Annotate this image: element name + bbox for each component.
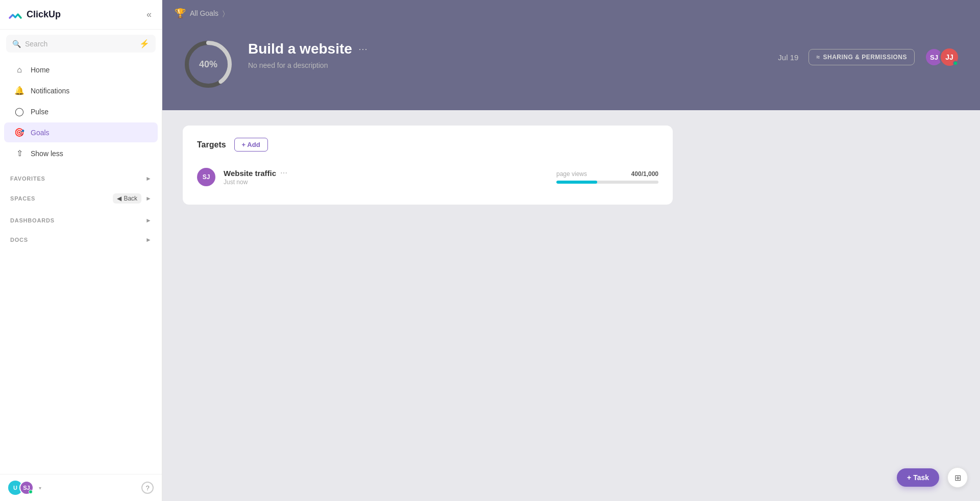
trophy-icon: 🏆 xyxy=(175,8,186,19)
goal-date: Jul 19 xyxy=(778,53,798,62)
targets-section: Targets + Add SJ Website traffic ⋯ Just … xyxy=(162,110,980,501)
progress-percent-text: 40% xyxy=(199,59,217,70)
sidebar: ClickUp « 🔍 Search ⚡ ⌂ Home 🔔 Notificati… xyxy=(0,0,162,501)
goal-info: Build a website ⋯ No need for a descript… xyxy=(248,39,764,69)
progress-type: page views xyxy=(556,170,587,178)
grid-view-button[interactable]: ⊞ xyxy=(947,467,968,488)
favorites-label: FAVORITES xyxy=(10,176,45,182)
progress-bar-background xyxy=(556,181,658,184)
target-time: Just now xyxy=(224,179,548,186)
user-menu-chevron[interactable]: ▾ xyxy=(39,485,41,491)
goal-description: No need for a description xyxy=(248,61,764,69)
dashboards-section[interactable]: DASHBOARDS ► xyxy=(0,212,162,227)
targets-card: Targets + Add SJ Website traffic ⋯ Just … xyxy=(183,126,673,205)
avatar-jj-goal: JJ xyxy=(939,47,960,67)
docs-section[interactable]: DOCS ► xyxy=(0,231,162,246)
spaces-section: SPACES ◀ Back ► xyxy=(0,189,162,208)
goal-title-row: Build a website ⋯ xyxy=(248,41,764,57)
sidebar-item-show-less[interactable]: ⇧ Show less xyxy=(4,143,158,163)
sharing-permissions-button[interactable]: ≈ SHARING & PERMISSIONS xyxy=(808,49,915,65)
sidebar-item-pulse[interactable]: ◯ Pulse xyxy=(4,102,158,121)
sidebar-header: ClickUp « xyxy=(0,0,162,30)
app-name: ClickUp xyxy=(27,9,61,20)
topbar: 🏆 All Goals 〉 xyxy=(162,0,980,27)
progress-bar-fill xyxy=(556,181,597,184)
target-progress-label: page views 400/1,000 xyxy=(556,170,658,178)
avatar-sj-small: SJ xyxy=(19,481,34,495)
table-row: SJ Website traffic ⋯ Just now page views… xyxy=(197,162,658,192)
sidebar-bottom: U SJ ▾ ? xyxy=(0,474,162,501)
goal-title: Build a website xyxy=(248,41,352,57)
spaces-back-button[interactable]: ◀ Back xyxy=(113,193,141,204)
favorites-section[interactable]: FAVORITES ► xyxy=(0,170,162,185)
lightning-icon: ⚡ xyxy=(139,39,150,48)
target-more-button[interactable]: ⋯ xyxy=(280,169,288,177)
home-icon: ⌂ xyxy=(14,65,24,74)
docs-expand-icon: ► xyxy=(145,236,152,243)
targets-header: Targets + Add xyxy=(197,138,658,152)
main-content: 🏆 All Goals 〉 40% Build a website ⋯ No n… xyxy=(162,0,980,501)
add-task-button[interactable]: + Task xyxy=(897,468,939,487)
sidebar-item-home[interactable]: ⌂ Home xyxy=(4,60,158,80)
sidebar-item-pulse-label: Pulse xyxy=(31,108,48,116)
spaces-label: SPACES xyxy=(10,195,35,202)
goal-hero: 40% Build a website ⋯ No need for a desc… xyxy=(162,27,980,110)
target-name-row: Website traffic ⋯ xyxy=(224,169,548,178)
search-placeholder: Search xyxy=(25,40,47,48)
online-indicator xyxy=(29,490,33,494)
dashboards-expand-icon: ► xyxy=(145,217,152,224)
sidebar-item-goals[interactable]: 🎯 Goals xyxy=(4,122,158,142)
avatar-jj-online-indicator xyxy=(953,61,958,66)
dashboards-label: DASHBOARDS xyxy=(10,217,55,223)
target-name: Website traffic xyxy=(224,169,276,178)
goals-icon: 🎯 xyxy=(14,128,24,137)
sidebar-item-goals-label: Goals xyxy=(31,129,50,137)
pulse-icon: ◯ xyxy=(14,107,24,116)
search-icon: 🔍 xyxy=(12,40,21,48)
favorites-expand-icon: ► xyxy=(145,175,152,182)
goal-more-button[interactable]: ⋯ xyxy=(358,43,369,55)
sidebar-item-notifications-label: Notifications xyxy=(31,87,69,95)
logo-area: ClickUp xyxy=(8,8,61,22)
add-task-label: + Task xyxy=(907,473,929,482)
clickup-logo-icon xyxy=(8,8,22,22)
sidebar-show-less-label: Show less xyxy=(31,149,63,158)
spaces-back-label: Back xyxy=(124,195,137,202)
add-target-button[interactable]: + Add xyxy=(234,138,268,152)
target-avatar: SJ xyxy=(197,168,215,186)
collapse-sidebar-button[interactable]: « xyxy=(144,7,154,22)
target-info: Website traffic ⋯ Just now xyxy=(224,169,548,186)
breadcrumb-all-goals[interactable]: All Goals xyxy=(190,9,218,17)
goal-meta-right: Jul 19 ≈ SHARING & PERMISSIONS SJ JJ xyxy=(778,39,960,67)
show-less-icon: ⇧ xyxy=(14,148,24,158)
goal-avatars: SJ JJ xyxy=(925,47,960,67)
sidebar-item-home-label: Home xyxy=(31,66,50,74)
sidebar-item-notifications[interactable]: 🔔 Notifications xyxy=(4,81,158,101)
progress-value: 400/1,000 xyxy=(631,170,658,178)
share-icon: ≈ xyxy=(816,54,820,61)
user-avatar-group[interactable]: U SJ xyxy=(8,481,34,495)
spaces-expand-icon: ► xyxy=(145,195,152,202)
breadcrumb-separator: 〉 xyxy=(223,9,225,18)
search-bar[interactable]: 🔍 Search ⚡ xyxy=(6,35,156,53)
target-progress: page views 400/1,000 xyxy=(556,170,658,184)
targets-title: Targets xyxy=(197,140,226,149)
docs-label: DOCS xyxy=(10,237,28,243)
back-arrow-icon: ◀ xyxy=(117,195,121,202)
help-button[interactable]: ? xyxy=(141,482,154,494)
goal-progress-ring: 40% xyxy=(183,39,234,90)
grid-icon: ⊞ xyxy=(954,473,961,483)
bell-icon: 🔔 xyxy=(14,86,24,95)
sidebar-nav: ⌂ Home 🔔 Notifications ◯ Pulse 🎯 Goals ⇧… xyxy=(0,58,162,166)
